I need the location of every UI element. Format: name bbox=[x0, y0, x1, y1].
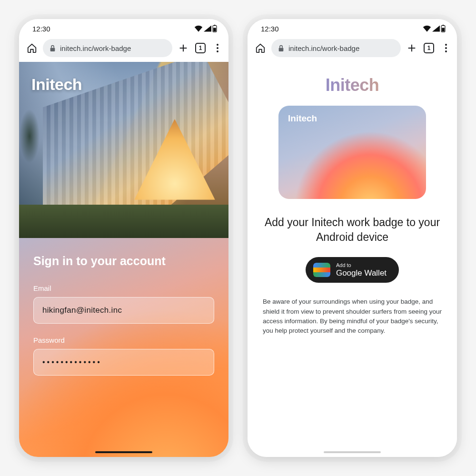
new-tab-icon[interactable] bbox=[406, 42, 418, 54]
url-text: initech.inc/work-badge bbox=[60, 44, 131, 52]
page-content: Initech Initech Add your Initech work ba… bbox=[248, 62, 457, 457]
lock-icon bbox=[278, 45, 285, 52]
card-brand: Initech bbox=[288, 113, 317, 124]
wifi-icon bbox=[423, 25, 431, 32]
home-icon[interactable] bbox=[254, 42, 267, 54]
signal-icon bbox=[204, 25, 211, 32]
page-content: Initech Sign in to your account Email Pa… bbox=[19, 62, 228, 457]
wifi-icon bbox=[194, 25, 203, 32]
tab-count: 1 bbox=[424, 43, 434, 53]
svg-rect-7 bbox=[279, 48, 284, 51]
tabs-button[interactable]: 1 bbox=[423, 42, 435, 54]
browser-toolbar: initech.inc/work-badge 1 bbox=[248, 35, 457, 62]
svg-rect-5 bbox=[442, 25, 444, 26]
disclaimer-text: Be aware of your surroundings when using… bbox=[261, 297, 444, 336]
clock: 12:30 bbox=[32, 25, 50, 33]
clock: 12:30 bbox=[261, 25, 279, 33]
signal-icon bbox=[432, 25, 440, 32]
battery-icon bbox=[441, 25, 446, 32]
svg-rect-2 bbox=[213, 28, 216, 31]
wallet-line1: Add to bbox=[336, 262, 387, 268]
address-bar[interactable]: initech.inc/work-badge bbox=[271, 39, 401, 57]
more-menu-icon[interactable] bbox=[211, 42, 224, 54]
home-indicator[interactable] bbox=[95, 451, 152, 453]
tab-count: 1 bbox=[195, 43, 206, 53]
browser-toolbar: initech.inc/work-badge 1 bbox=[19, 35, 228, 62]
svg-rect-3 bbox=[50, 48, 55, 51]
add-to-wallet-button[interactable]: Add to Google Wallet bbox=[306, 257, 399, 283]
more-menu-icon[interactable] bbox=[440, 42, 452, 54]
password-field[interactable] bbox=[33, 349, 214, 376]
home-icon[interactable] bbox=[26, 42, 38, 54]
phone-signin: 12:30 initech.inc/work-badge 1 bbox=[19, 19, 228, 457]
new-tab-icon[interactable] bbox=[177, 42, 189, 54]
address-bar[interactable]: initech.inc/work-badge bbox=[43, 39, 172, 57]
home-indicator[interactable] bbox=[324, 451, 381, 453]
brand-logo: Initech bbox=[31, 75, 82, 94]
lock-icon bbox=[50, 45, 56, 52]
signin-form: Sign in to your account Email Password bbox=[19, 238, 228, 457]
tabs-button[interactable]: 1 bbox=[194, 42, 207, 54]
status-bar: 12:30 bbox=[19, 19, 228, 35]
svg-rect-1 bbox=[214, 25, 215, 26]
battery-icon bbox=[212, 25, 217, 32]
svg-rect-6 bbox=[442, 28, 445, 31]
google-wallet-icon bbox=[313, 263, 330, 277]
badge-card: Initech bbox=[278, 106, 426, 199]
hero-image: Initech bbox=[19, 62, 228, 238]
wallet-line2: Google Wallet bbox=[336, 268, 387, 278]
phone-badge: 12:30 initech.inc/work-badge 1 Initech bbox=[248, 19, 457, 457]
email-field[interactable] bbox=[33, 297, 214, 324]
password-label: Password bbox=[33, 336, 214, 344]
brand-logo: Initech bbox=[261, 75, 444, 95]
email-label: Email bbox=[33, 284, 214, 292]
form-title: Sign in to your account bbox=[33, 254, 214, 268]
headline: Add your Initech work badge to your Andr… bbox=[264, 215, 441, 245]
status-bar: 12:30 bbox=[248, 19, 457, 35]
url-text: initech.inc/work-badge bbox=[288, 44, 359, 52]
